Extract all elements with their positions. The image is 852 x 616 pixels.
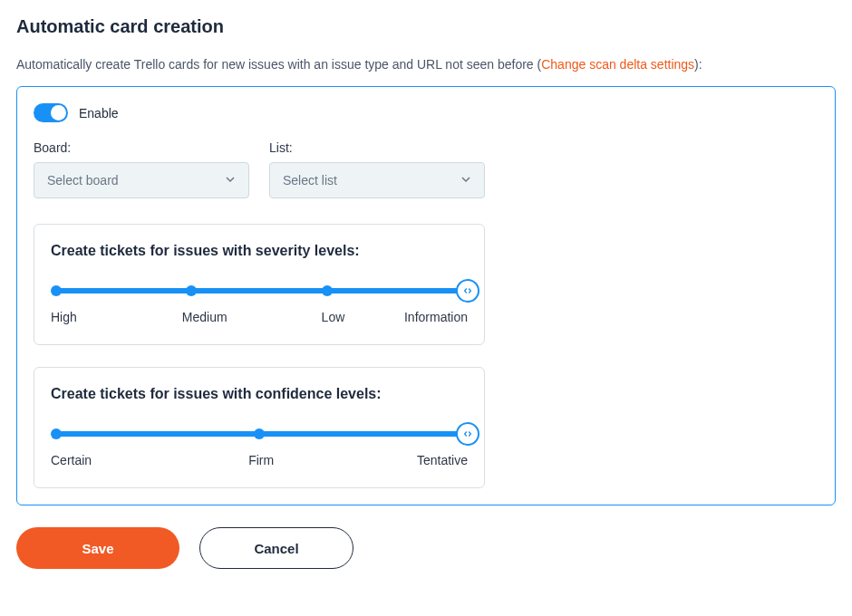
intro-after: ): [694, 57, 702, 72]
confidence-labels: Certain Firm Tentative [51, 453, 468, 467]
select-row: Board: Select board List: Select list [34, 140, 818, 198]
confidence-label-tentative: Tentative [417, 453, 468, 467]
slider-track [56, 288, 462, 294]
slider-stop-high [51, 285, 62, 296]
slider-stop-firm [254, 428, 265, 439]
board-group: Board: Select board [34, 140, 249, 198]
toggle-knob [51, 105, 66, 120]
config-panel: Enable Board: Select board List: Select … [16, 86, 836, 505]
severity-title: Create tickets for issues with severity … [51, 243, 468, 259]
severity-label-low: Low [322, 310, 345, 324]
severity-slider-handle[interactable] [456, 279, 479, 303]
change-scan-delta-link[interactable]: Change scan delta settings [541, 57, 694, 72]
confidence-label-firm: Firm [248, 453, 274, 467]
enable-label: Enable [79, 106, 119, 120]
confidence-card: Create tickets for issues with confidenc… [34, 367, 485, 488]
severity-card: Create tickets for issues with severity … [34, 224, 485, 345]
enable-row: Enable [34, 103, 818, 122]
confidence-label-certain: Certain [51, 453, 92, 467]
board-label: Board: [34, 140, 249, 155]
intro-before: Automatically create Trello cards for ne… [16, 57, 541, 72]
slider-track [56, 431, 462, 437]
confidence-title: Create tickets for issues with confidenc… [51, 386, 468, 402]
slider-stop-low [322, 285, 333, 296]
severity-labels: High Medium Low Information [51, 310, 468, 324]
slider-stop-medium [186, 285, 197, 296]
chevron-down-icon [460, 173, 471, 188]
severity-label-information: Information [404, 310, 468, 324]
intro-text: Automatically create Trello cards for ne… [16, 57, 836, 72]
list-placeholder: Select list [283, 173, 337, 188]
chevron-down-icon [225, 173, 236, 188]
save-button[interactable]: Save [16, 527, 179, 569]
list-label: List: [269, 140, 485, 155]
severity-label-medium: Medium [182, 310, 228, 324]
severity-label-high: High [51, 310, 77, 324]
page-title: Automatic card creation [16, 16, 836, 37]
severity-slider[interactable] [51, 288, 468, 294]
list-group: List: Select list [269, 140, 485, 198]
board-select[interactable]: Select board [34, 162, 249, 198]
slider-stop-certain [51, 428, 62, 439]
list-select[interactable]: Select list [269, 162, 485, 198]
cancel-button[interactable]: Cancel [199, 527, 353, 569]
board-placeholder: Select board [47, 173, 119, 188]
enable-toggle[interactable] [34, 103, 68, 122]
confidence-slider-handle[interactable] [456, 422, 479, 446]
confidence-slider[interactable] [51, 431, 468, 437]
button-row: Save Cancel [16, 527, 836, 569]
